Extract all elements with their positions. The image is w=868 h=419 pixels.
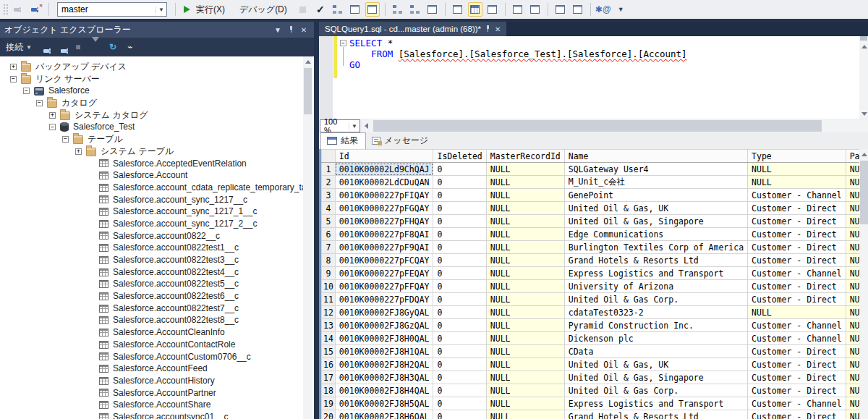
results-to-grid-icon[interactable] [468, 2, 482, 17]
grid-cell[interactable]: NULL [486, 319, 564, 332]
row-number-cell[interactable]: 12 [322, 306, 336, 319]
grid-cell[interactable]: 0 [433, 215, 486, 228]
grid-cell[interactable]: NULL [846, 241, 859, 254]
grid-cell[interactable]: NULL [846, 332, 859, 345]
grid-cell[interactable]: 0 [433, 189, 486, 202]
grid-cell[interactable]: GenePoint [564, 189, 747, 202]
column-header[interactable]: IsDeleted [433, 150, 486, 163]
grid-cell[interactable]: 0 [433, 410, 486, 419]
expander-minus-icon[interactable]: − [23, 88, 30, 94]
tree-item[interactable]: Salesforce.account_sync_1217__c [0, 194, 303, 206]
expander-plus-icon[interactable]: + [49, 112, 56, 119]
tree-item[interactable]: Salesforce.account0822test3__c [0, 254, 303, 266]
grid-cell[interactable]: NULL [486, 384, 564, 397]
scroll-up-icon[interactable] [303, 56, 312, 67]
grid-cell[interactable]: NULL [846, 254, 859, 267]
grid-cell[interactable]: 0010K0000227pFGQAY [335, 202, 433, 215]
tree-item[interactable]: Salesforce.AcceptedEventRelation [0, 158, 303, 170]
grid-cell[interactable]: Customer - Channel [748, 319, 846, 332]
object-explorer-scrollbar[interactable] [303, 56, 312, 419]
scroll-up-icon[interactable] [859, 149, 868, 159]
grid-cell[interactable]: NULL [486, 358, 564, 371]
grid-cell[interactable]: Edge Communications [564, 228, 747, 241]
row-number-cell[interactable]: 17 [322, 371, 336, 384]
grid-cell[interactable]: Customer - Direct [748, 358, 846, 371]
grid-cell[interactable]: NULL [486, 371, 564, 384]
grid-cell[interactable]: NULL [846, 267, 859, 280]
grid-cell[interactable]: 0 [433, 241, 486, 254]
code-line[interactable]: SELECT * [349, 38, 687, 48]
row-number-cell[interactable]: 7 [322, 241, 336, 254]
grid-cell[interactable]: NULL [486, 280, 564, 293]
grid-cell[interactable]: United Oil & Gas, UK [564, 358, 747, 371]
grid-cell[interactable]: United Oil & Gas, Singapore [564, 371, 747, 384]
grid-cell[interactable]: Customer - Direct [748, 293, 846, 306]
row-number-cell[interactable]: 15 [322, 345, 336, 358]
column-header[interactable]: ParentId [846, 150, 859, 163]
tree-item[interactable]: Salesforce.account0822test6__c [0, 290, 303, 302]
results-to-file-icon[interactable] [485, 2, 500, 17]
grid-cell[interactable]: NULL [846, 306, 859, 319]
grid-cell[interactable]: 0010K00002LdCDuQAN [335, 176, 433, 189]
grid-cell[interactable]: 0 [433, 163, 486, 176]
grid-cell[interactable]: 0010K00002FJ8GzQAL [335, 319, 433, 332]
row-number-cell[interactable]: 10 [322, 280, 336, 293]
grid-cell[interactable]: 0010K00002FJ8H0QAL [335, 332, 433, 345]
grid-cell[interactable]: NULL [846, 228, 859, 241]
grid-cell[interactable]: 0 [433, 384, 486, 397]
grid-cell[interactable]: NULL [486, 254, 564, 267]
toolbar-overflow-icon[interactable]: ▼ [613, 2, 628, 17]
grid-cell[interactable]: Customer - Direct [748, 345, 846, 358]
tree-item[interactable]: +システム テーブル [0, 145, 303, 158]
grid-cell[interactable]: NULL [486, 267, 564, 280]
column-header[interactable]: Type [748, 150, 846, 163]
grid-cell[interactable]: 0010K00002FJ8H5QAL [335, 397, 433, 410]
uncomment-icon[interactable] [528, 2, 542, 17]
results-scrollbar[interactable] [859, 149, 868, 419]
grid-cell[interactable]: 0 [433, 254, 486, 267]
tree-item[interactable]: −Salesforce [0, 85, 303, 97]
tree-item[interactable]: Salesforce.AccountPartner [0, 387, 303, 399]
filter-icon[interactable] [90, 42, 101, 52]
grid-corner-cell[interactable] [322, 150, 336, 163]
grid-cell[interactable]: 0 [433, 280, 486, 293]
query-editor[interactable]: − SELECT * FROM [Salesforce].[Salesforce… [319, 36, 859, 119]
grid-cell[interactable]: Customer - Channel [748, 332, 846, 345]
grid-cell[interactable]: Grand Hotels & Resorts Ltd [564, 410, 747, 419]
grid-cell[interactable]: Customer - Direct [748, 215, 846, 228]
editor-vertical-scrollbar[interactable] [859, 36, 868, 119]
grid-cell[interactable]: NULL [486, 410, 564, 419]
grid-cell[interactable]: 0 [433, 293, 486, 306]
grid-cell[interactable]: M_Unit_c会社 [564, 176, 747, 189]
grid-cell[interactable]: 0010K0000227pFFQAY [335, 280, 433, 293]
grid-cell[interactable]: 0010K0000227pFEQAY [335, 267, 433, 280]
grid-cell[interactable]: 0010K0000227pFHQAY [335, 215, 433, 228]
grid-cell[interactable]: NULL [486, 189, 564, 202]
fold-collapse-icon[interactable]: − [340, 40, 346, 46]
row-number-cell[interactable]: 5 [322, 215, 336, 228]
grid-cell[interactable]: 0 [433, 397, 486, 410]
scrollbar-thumb[interactable] [373, 120, 822, 132]
grid-cell[interactable]: 0010K00002FJ8H6QAL [335, 410, 433, 419]
grid-cell[interactable]: NULL [846, 202, 859, 215]
code-line[interactable]: GO [349, 59, 687, 70]
row-number-cell[interactable]: 1 [322, 163, 336, 176]
column-header[interactable]: MasterRecordId [486, 150, 564, 163]
tree-item[interactable]: +システム カタログ [0, 109, 303, 122]
grid-cell[interactable]: 0010K0000227pFIQAY [335, 189, 433, 202]
expander-minus-icon[interactable]: − [49, 124, 56, 130]
scrollbar-thumb[interactable] [304, 68, 312, 114]
tree-item[interactable]: Salesforce.Account [0, 169, 303, 182]
grid-cell[interactable]: 0010K00002FJ8H2QAL [335, 358, 433, 371]
row-number-cell[interactable]: 19 [322, 397, 336, 410]
grid-cell[interactable]: NULL [846, 176, 859, 189]
scroll-down-icon[interactable] [859, 109, 868, 119]
tree-item[interactable]: Salesforce.account_sync_1217_2__c [0, 218, 303, 230]
grid-cell[interactable]: Customer - Direct [748, 254, 846, 267]
grid-cell[interactable]: Customer - Channel [748, 397, 846, 410]
grid-cell[interactable]: 0 [433, 319, 486, 332]
editor-horizontal-scrollbar[interactable] [362, 119, 868, 132]
scroll-left-icon[interactable] [362, 119, 371, 132]
tree-item[interactable]: Salesforce.account_cdata_replicate_tempo… [0, 182, 303, 194]
grid-cell[interactable]: Customer - Direct [748, 280, 846, 293]
